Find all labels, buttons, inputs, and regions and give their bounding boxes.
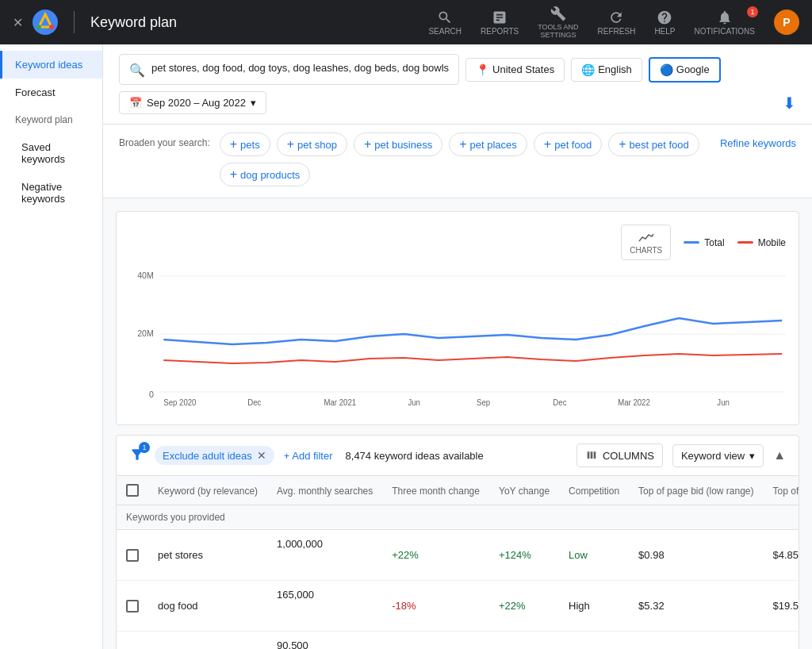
keyword-view-label: Keyword view — [681, 450, 745, 462]
search-box[interactable]: 🔍 pet stores, dog food, dog toys, dog le… — [119, 54, 459, 85]
svg-text:Jun: Jun — [717, 398, 729, 407]
nav-refresh-button[interactable]: REFRESH — [598, 10, 636, 36]
nav-help-button[interactable]: HELP — [654, 10, 675, 36]
th-keyword[interactable]: Keyword (by relevance) — [148, 476, 267, 505]
broaden-pill-label: pet places — [470, 139, 517, 151]
date-range-picker[interactable]: 📅 Sep 2020 – Aug 2022 ▾ — [119, 91, 266, 114]
nav-tools-label: TOOLS ANDSETTINGS — [538, 23, 578, 39]
row-three-month-change: +22% — [382, 530, 489, 581]
exclude-adult-remove[interactable]: ✕ — [257, 449, 266, 462]
sidebar-item-forecast[interactable]: Forecast — [0, 79, 102, 106]
broaden-label: Broaden your search: — [119, 132, 210, 148]
sidebar-item-saved-keywords[interactable]: Saved keywords — [0, 133, 102, 173]
filter-bar: 1 Exclude adult ideas ✕ + Add filter 8,4… — [116, 435, 799, 476]
sidebar-item-keyword-ideas[interactable]: Keyword ideas — [0, 51, 102, 79]
row-checkbox[interactable] — [126, 549, 139, 562]
nav-refresh-label: REFRESH — [598, 27, 636, 36]
search-icon — [437, 10, 453, 25]
table-row: dog food 165,000 -18% +22% High $5.32 $1… — [117, 581, 799, 632]
download-button[interactable]: ⬇ — [783, 94, 796, 113]
broaden-pill-label: pet food — [554, 139, 592, 151]
filter-icon-wrapper[interactable]: 1 — [129, 447, 145, 465]
search-query-text: pet stores, dog food, dog toys, dog leas… — [151, 61, 449, 75]
tools-icon — [550, 6, 566, 21]
th-top-bid-high[interactable]: Top of page bid (high range) — [764, 476, 799, 505]
row-competition: High — [559, 581, 629, 632]
nav-notifications-label: NOTIFICATIONS — [695, 27, 755, 36]
broaden-pill-pet-places[interactable]: + pet places — [449, 132, 527, 156]
date-chevron-icon: ▾ — [251, 97, 256, 109]
svg-text:Mar 2022: Mar 2022 — [618, 398, 650, 407]
plus-icon: + — [544, 137, 551, 152]
broaden-pill-dog-products[interactable]: + dog products — [220, 163, 311, 186]
kw-view-chevron-icon: ▾ — [749, 450, 755, 462]
th-yoy[interactable]: YoY change — [489, 476, 559, 505]
chart-top: CHARTS Total Mobile — [129, 225, 786, 260]
language-icon: 🌐 — [581, 63, 595, 76]
section-header-row: Keywords you provided — [117, 505, 799, 530]
main-content: 🔍 pet stores, dog food, dog toys, dog le… — [103, 44, 812, 649]
th-avg-monthly[interactable]: Avg. monthly searches — [267, 476, 382, 505]
th-top-bid-low[interactable]: Top of page bid (low range) — [629, 476, 763, 505]
broaden-pill-label: best pet food — [630, 139, 689, 151]
svg-text:Sep: Sep — [477, 398, 491, 407]
location-label: United States — [492, 63, 554, 75]
charts-button[interactable]: CHARTS — [621, 225, 671, 260]
th-three-month[interactable]: Three month change — [382, 476, 489, 505]
row-keyword: dog food — [148, 581, 267, 632]
language-filter[interactable]: 🌐 English — [571, 58, 642, 82]
row-checkbox[interactable] — [126, 600, 139, 613]
nav-help-label: HELP — [654, 27, 675, 36]
th-competition[interactable]: Competition — [559, 476, 629, 505]
sidebar-item-negative-keywords[interactable]: Negative keywords — [0, 173, 102, 213]
user-avatar[interactable]: P — [774, 10, 799, 35]
svg-text:40M: 40M — [137, 271, 154, 280]
legend-total-label: Total — [704, 237, 724, 248]
row-three-month-change: -18% — [382, 581, 489, 632]
nav-tools-button[interactable]: TOOLS ANDSETTINGS — [538, 6, 578, 39]
nav-reports-button[interactable]: REPORTS — [481, 10, 519, 36]
keyword-view-button[interactable]: Keyword view ▾ — [672, 444, 764, 467]
top-nav: ✕ Keyword plan SEARCH REPORTS TOOLS ANDS… — [0, 0, 812, 44]
collapse-button[interactable]: ▲ — [773, 448, 786, 463]
broaden-pill-pet-food[interactable]: + pet food — [534, 132, 602, 156]
svg-text:Mar 2021: Mar 2021 — [324, 398, 357, 407]
location-filter[interactable]: 📍 United States — [465, 58, 565, 82]
row-keyword: pet stores — [148, 530, 267, 581]
date-range-label: Sep 2020 – Aug 2022 — [147, 97, 246, 109]
row-yoy-change: +22% — [489, 581, 559, 632]
refine-keywords-link[interactable]: Refine keywords — [720, 132, 796, 149]
columns-icon — [585, 449, 598, 462]
row-competition: Low — [559, 530, 629, 581]
broaden-pill-pet-shop[interactable]: + pet shop — [277, 132, 347, 156]
close-icon[interactable]: ✕ — [13, 15, 23, 30]
columns-button[interactable]: COLUMNS — [576, 444, 663, 467]
broaden-pill-label: pet shop — [297, 139, 337, 151]
row-top-bid-low: $5.32 — [629, 581, 763, 632]
nav-notifications-button[interactable]: 1 NOTIFICATIONS — [695, 10, 755, 36]
help-icon — [657, 10, 672, 25]
legend-mobile-label: Mobile — [758, 237, 786, 248]
nav-search-button[interactable]: SEARCH — [428, 10, 462, 36]
row-avg-monthly: 90,500 — [267, 632, 382, 650]
svg-text:0: 0 — [149, 390, 154, 399]
row-competition: High — [559, 632, 629, 650]
sidebar-item-keyword-plan[interactable]: Keyword plan — [0, 106, 102, 133]
network-filter[interactable]: 🔵 Google — [649, 57, 721, 83]
legend-mobile-dot — [737, 241, 753, 244]
sidebar: Keyword ideas Forecast Keyword plan Save… — [0, 44, 103, 649]
nav-reports-label: REPORTS — [481, 27, 519, 36]
svg-point-3 — [49, 25, 54, 29]
header-checkbox[interactable] — [126, 484, 139, 497]
broaden-pill-pets[interactable]: + pets — [220, 132, 270, 156]
broaden-pills: + pets + pet shop + pet business + pet p… — [220, 132, 710, 186]
language-label: English — [598, 63, 632, 75]
add-filter-button[interactable]: + Add filter — [284, 450, 333, 462]
broaden-pill-pet-business[interactable]: + pet business — [354, 132, 442, 156]
table-row: pet stores 1,000,000 +22% +124% Low $0.9… — [117, 530, 799, 581]
broaden-pill-best-pet-food[interactable]: + best pet food — [608, 132, 699, 156]
chart-legend: Total Mobile — [684, 237, 786, 248]
row-top-bid-low: $0.98 — [629, 530, 763, 581]
legend-total-dot — [684, 241, 699, 244]
row-three-month-change: 0% — [382, 632, 489, 650]
